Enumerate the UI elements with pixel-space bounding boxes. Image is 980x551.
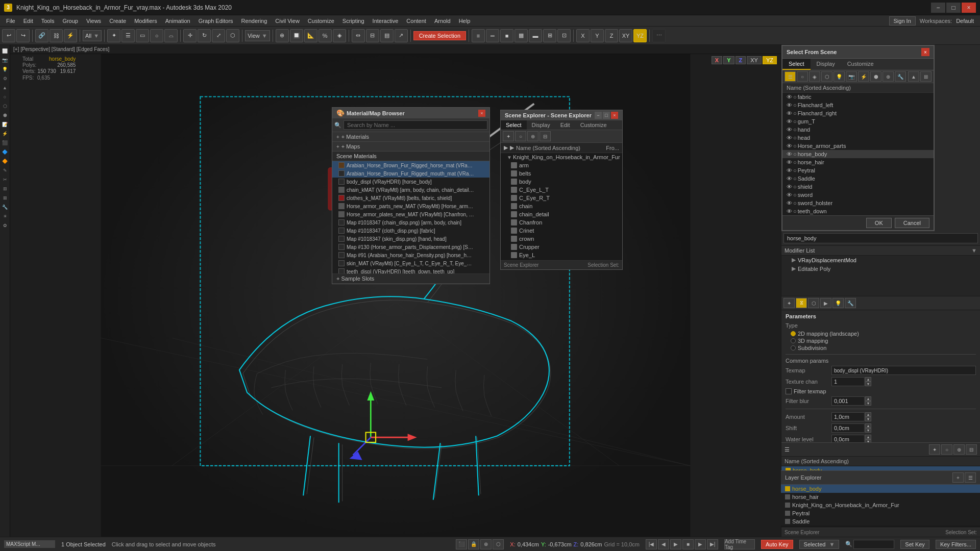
mat-item[interactable]: Horse_armor_parts_new_MAT (VRayMtl) [Hor… [332,202,489,210]
menu-help[interactable]: Help [455,17,475,25]
mat-item[interactable]: Arabian_Horse_Brown_Fur_Rigged_horse_mat… [332,161,489,169]
sfs-item[interactable]: 👁○Flanchard_left [782,101,934,109]
mat-materials-header[interactable]: + + Materials [332,132,489,142]
lt-btn-17[interactable]: ⊠ [1,194,9,202]
sfs-ok-button[interactable]: OK [866,218,892,228]
se-tab-edit[interactable]: Edit [555,120,575,130]
play-btn[interactable]: ▶ [670,539,681,549]
select-object-button[interactable]: ✦ [107,29,120,42]
radio-2d-mapping[interactable]: 2D mapping (landscape) [791,331,976,337]
texture-chan-down[interactable]: ▼ [865,382,871,386]
se-tb-1[interactable]: ✦ [503,131,514,141]
sfs-tb-btn-3[interactable]: ◈ [809,71,820,82]
select-from-scene-close[interactable]: × [921,48,929,56]
add-time-tag-btn[interactable]: Add Time Tag [724,539,755,549]
sfs-tb-btn-4[interactable]: ⬡ [821,71,832,82]
lt-btn-19[interactable]: ☀ [1,212,9,220]
lt-btn-3[interactable]: 💡 [1,65,9,73]
se-list-item[interactable]: Crinet [501,227,622,235]
water-level-input[interactable] [831,435,865,442]
shift-up[interactable]: ▲ [865,423,871,428]
layer-mgr-button[interactable]: ▤ [380,29,394,42]
menu-interactive[interactable]: Interactive [369,17,403,25]
mat-item[interactable]: Map #130 (Horse_armor_parts_Displacement… [332,243,489,251]
radio-3d-mapping[interactable]: 3D mapping [791,338,976,344]
le-list-item[interactable]: horse_hair [781,493,980,501]
sfs-tb-btn-9[interactable]: ⊕ [883,71,894,82]
sfs-item[interactable]: 👁○hand [782,126,934,134]
lt-btn-13[interactable]: 🔶 [1,157,9,165]
se-minimize-btn[interactable]: − [595,112,602,119]
mat-item[interactable]: Map #1018347 (cloth_disp.png) [fabric] [332,227,489,235]
set-key-btn[interactable]: Set Key [900,540,929,549]
sfs-item[interactable]: 👁○horse_body [782,150,934,158]
mat-sample-slots-row[interactable]: + Sample Slots [332,273,489,284]
key-filters-btn[interactable]: Key Filters... [936,540,976,549]
prev-frame-btn[interactable]: |◀ [646,539,657,549]
z-axis-btn[interactable]: Z [736,56,746,64]
sfs-sort-btn[interactable]: ▲ [908,71,919,82]
sfs-tb-btn-10[interactable]: 🔧 [895,71,906,82]
view-dropdown[interactable]: View ▼ [245,30,270,41]
xy-plane-btn[interactable]: XY [747,56,762,64]
pivot-button[interactable]: ⊕ [276,29,289,42]
snap-toggle-button[interactable]: 🔲 [290,29,303,42]
se-tb-4[interactable]: ⊟ [540,131,551,141]
le-list-item[interactable]: Knight_King_on_Horseback_in_Armor_Fur [781,501,980,509]
angle-snap-button[interactable]: 📐 [304,29,317,42]
mat-list[interactable]: Arabian_Horse_Brown_Fur_Rigged_horse_mat… [332,161,489,273]
lt-btn-15[interactable]: ✂ [1,176,9,184]
sfs-filter-btn[interactable]: ⊞ [920,71,932,82]
mat-browser-close[interactable]: × [478,110,485,117]
modifier-item[interactable]: ▶VRayDisplacementMod [781,256,980,264]
rect-select-button[interactable]: ▭ [136,29,149,42]
sfs-tb-btn-1[interactable]: ☰ [785,71,796,82]
menu-animation[interactable]: Animation [161,17,194,25]
xref-button[interactable]: X [576,29,590,42]
se-list-item[interactable]: Chanfron [501,218,622,227]
lt-btn-8[interactable]: ⬢ [1,111,9,119]
viewport-icon-1[interactable]: ⬛ [456,539,467,549]
se-list-item[interactable]: Eye_L [501,251,622,259]
select-link-button[interactable]: 🔗 [35,29,48,42]
x-axis-btn[interactable]: X [712,56,722,64]
align-button[interactable]: ⊟ [366,29,379,42]
selection-filter-dropdown[interactable]: All ▼ [83,30,102,41]
global-search-input[interactable] [853,540,894,549]
sfs-cancel-button[interactable]: Cancel [895,218,929,228]
sfs-tb-btn-6[interactable]: 📷 [846,71,857,82]
mat-scene-materials-header[interactable]: Scene Materials [332,152,489,161]
se-list-item[interactable]: crown [501,235,622,243]
select-by-name-button[interactable]: ☰ [121,29,135,42]
lt-btn-11[interactable]: ⬛ [1,139,9,147]
amount-up[interactable]: ▲ [865,412,871,417]
lt-btn-6[interactable]: ○ [1,93,9,101]
se-list-item[interactable]: chain_detail [501,210,622,218]
y-axis-btn[interactable]: Y [723,56,734,64]
sse-tb-2[interactable]: ○ [941,444,952,455]
mat-item[interactable]: Arabian_Horse_Brown_Fur_Rigged_mouth_mat… [332,169,489,178]
se-list-item[interactable]: belts [501,169,622,178]
amount-down[interactable]: ▼ [865,417,871,421]
sfs-item[interactable]: 👁○Saddle [782,174,934,183]
modify-panel-btn[interactable]: ⧖ [796,298,807,308]
lt-btn-5[interactable]: ▲ [1,84,9,92]
toggle-scene-exp-button[interactable]: ⊡ [557,29,571,42]
sfs-item[interactable]: 👁○Flanchard_right [782,109,934,117]
sfs-tb-btn-5[interactable]: 💡 [834,71,845,82]
mat-item[interactable]: skin_MAT (VRayMtl) [C_Eye_L_T, C_Eye_R_T… [332,259,489,267]
menu-views[interactable]: Views [82,17,105,25]
display-panel-btn[interactable]: 💡 [832,298,844,308]
lt-btn-1[interactable]: ⬜ [1,47,9,55]
filter-texmap-checkbox[interactable] [786,388,792,394]
sfs-item[interactable]: 👁○fabric [782,93,934,101]
yz-plane-button[interactable]: YZ [633,29,647,42]
lt-btn-2[interactable]: 📷 [1,56,9,64]
mat-item[interactable]: clothes_k_MAT (VRayMtl) [belts, fabric, … [332,194,489,202]
menu-create[interactable]: Create [105,17,130,25]
menu-civil-view[interactable]: Civil View [271,17,303,25]
lt-btn-18[interactable]: 🔧 [1,203,9,211]
se-list-item[interactable]: body [501,178,622,186]
sfs-item[interactable]: 👁○head [782,134,934,142]
le-tb-2[interactable]: ☰ [965,472,976,483]
